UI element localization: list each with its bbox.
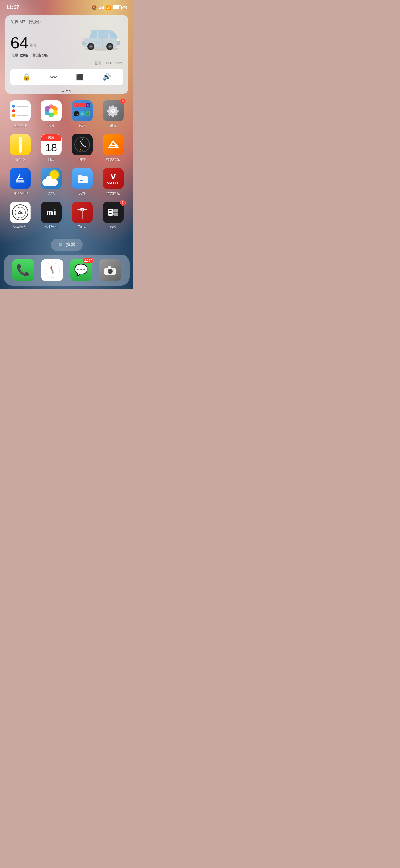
svg-point-30 bbox=[20, 212, 21, 213]
app-notes[interactable]: 备忘录 bbox=[6, 134, 34, 162]
phone-icon: 📞 bbox=[16, 264, 30, 277]
svg-rect-28 bbox=[80, 179, 85, 180]
app-calendar[interactable]: 周三 18 日历 bbox=[37, 134, 65, 162]
battery-indicator bbox=[113, 5, 122, 10]
svg-rect-3 bbox=[116, 42, 120, 45]
svg-text:TV: TV bbox=[75, 113, 78, 115]
aito-car-image: AITO bbox=[79, 26, 123, 51]
app-weather-label: 天气 bbox=[48, 191, 55, 195]
search-label: 搜索 bbox=[66, 242, 75, 248]
app-hima-label: 鸿蒙智行 bbox=[13, 225, 27, 229]
aito-update-time: 更新：09/18 11:29 bbox=[10, 61, 123, 65]
svg-point-46 bbox=[113, 269, 114, 270]
app-photos[interactable]: 照片 bbox=[37, 100, 65, 128]
settings-badge: 3 bbox=[120, 98, 126, 104]
dock: 📞 2,057 💬 bbox=[4, 254, 130, 286]
search-pill[interactable]: 🔍 搜索 bbox=[51, 239, 83, 251]
app-hima[interactable]: 鸿蒙智行 bbox=[6, 202, 34, 229]
calendar-day: 18 bbox=[45, 142, 57, 153]
app-jianying-label: 剪映 bbox=[110, 225, 116, 229]
app-settings[interactable]: 3 设置 bbox=[99, 100, 127, 128]
app-xiaomi-label: 小米汽车 bbox=[44, 225, 58, 229]
app-zhijian-label: 指尖时光 bbox=[106, 157, 120, 162]
search-bar[interactable]: 🔍 搜索 bbox=[0, 239, 133, 251]
app-tesla-label: Tesla bbox=[78, 225, 86, 228]
aito-speed: 64 bbox=[10, 35, 29, 51]
app-jianying[interactable]: 1 剪映 bbox=[99, 202, 127, 229]
status-bar: 11:37 🔕 📶 75 bbox=[0, 0, 133, 12]
app-grid: 提醒事项 照片 ❤️ ♪ 🎙 bbox=[0, 97, 133, 232]
app-files-label: 文件 bbox=[79, 191, 86, 195]
app-notes-label: 备忘录 bbox=[15, 157, 26, 162]
svg-rect-4 bbox=[82, 42, 86, 45]
svg-rect-29 bbox=[80, 180, 84, 181]
app-weather[interactable]: 天气 bbox=[37, 168, 65, 195]
svg-rect-45 bbox=[108, 266, 111, 268]
svg-point-12 bbox=[109, 45, 111, 48]
app-reminders-label: 提醒事项 bbox=[13, 123, 27, 128]
aito-stats: 电量 32% 燃油 1% bbox=[10, 53, 123, 58]
status-time: 11:37 bbox=[6, 4, 19, 10]
svg-rect-35 bbox=[109, 213, 112, 214]
svg-point-40 bbox=[52, 270, 53, 271]
messages-icon: 💬 bbox=[74, 264, 88, 277]
notification-bell-icon: 🔕 bbox=[92, 5, 97, 10]
aito-widget-title: 问界 M7 · 行驶中 bbox=[10, 19, 123, 25]
app-settings-label: 设置 bbox=[110, 123, 116, 128]
aito-lock-button[interactable]: 🔒 bbox=[22, 73, 31, 81]
wifi-icon: 📶 bbox=[106, 5, 111, 10]
app-vmall-label: 华为商城 bbox=[106, 191, 120, 195]
app-vmall[interactable]: V VMALL 华为商城 bbox=[99, 168, 127, 195]
app-tesla[interactable]: Tesla bbox=[68, 202, 96, 229]
signal-icon bbox=[99, 6, 104, 9]
aito-route-button[interactable]: 〰️ bbox=[49, 73, 57, 81]
calendar-weekday: 周三 bbox=[41, 134, 61, 141]
app-photos-label: 照片 bbox=[48, 123, 55, 128]
svg-point-23 bbox=[49, 109, 53, 113]
svg-point-44 bbox=[109, 271, 111, 272]
camera-icon bbox=[103, 263, 117, 277]
svg-rect-6 bbox=[82, 39, 84, 41]
aito-widget[interactable]: 问界 M7 · 行驶中 64 km bbox=[5, 15, 128, 94]
app-clock-label: 时钟 bbox=[79, 157, 86, 162]
aito-speed-unit: km bbox=[30, 42, 36, 48]
app-music-label: 音乐 bbox=[79, 123, 86, 128]
app-reminders[interactable]: 提醒事项 bbox=[6, 100, 34, 128]
svg-text:AITO: AITO bbox=[96, 41, 101, 44]
jianying-badge: 1 bbox=[120, 200, 126, 206]
svg-rect-2 bbox=[98, 30, 108, 37]
svg-rect-34 bbox=[109, 212, 112, 212]
battery-percent: 75 bbox=[124, 6, 127, 9]
app-appstore-label: App Store bbox=[13, 191, 28, 195]
dock-messages[interactable]: 2,057 💬 bbox=[70, 259, 92, 281]
app-zhijian[interactable]: 指尖时光 bbox=[99, 134, 127, 162]
aito-controls: 🔒 〰️ ⬛ 🔊 bbox=[10, 69, 124, 85]
safari-icon bbox=[43, 261, 61, 279]
search-icon: 🔍 bbox=[58, 243, 64, 247]
aito-brand-label: AITO bbox=[10, 90, 123, 94]
app-files[interactable]: 文件 bbox=[68, 168, 96, 195]
aito-trunk-button[interactable]: ⬛ bbox=[76, 73, 84, 81]
dock-phone[interactable]: 📞 bbox=[12, 259, 34, 281]
messages-badge: 2,057 bbox=[83, 258, 94, 263]
svg-rect-33 bbox=[109, 210, 112, 211]
app-xiaomi[interactable]: mi 小米汽车 bbox=[37, 202, 65, 229]
app-appstore[interactable]: App Store bbox=[6, 168, 34, 195]
svg-text:♪: ♪ bbox=[81, 104, 83, 106]
dock-safari[interactable] bbox=[41, 259, 63, 281]
app-calendar-label: 日历 bbox=[48, 157, 55, 162]
status-icons: 🔕 📶 75 bbox=[92, 5, 127, 10]
app-music-folder[interactable]: ❤️ ♪ 🎙️ TV 🗺️ 📹 音乐 bbox=[68, 100, 96, 128]
app-clock[interactable]: 12 3 6 9 时钟 bbox=[68, 134, 96, 162]
svg-point-9 bbox=[90, 45, 92, 48]
svg-rect-14 bbox=[117, 41, 120, 41]
clock-face: 12 3 6 9 bbox=[74, 137, 90, 152]
dock-camera[interactable] bbox=[99, 259, 121, 281]
aito-sound-button[interactable]: 🔊 bbox=[103, 73, 111, 81]
